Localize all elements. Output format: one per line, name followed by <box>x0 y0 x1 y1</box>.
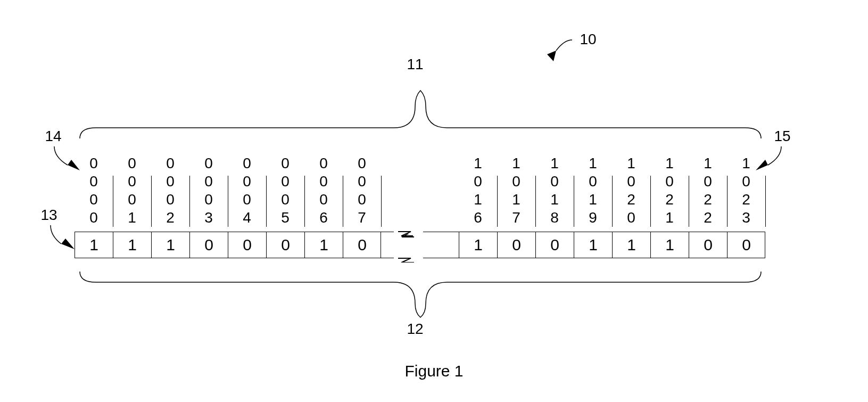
index-column: 0006 <box>304 154 343 227</box>
index-digit: 1 <box>574 154 612 173</box>
index-separator <box>765 176 766 227</box>
index-digit: 1 <box>650 154 689 173</box>
index-digit: 0 <box>304 154 343 173</box>
index-column: 1016 <box>459 154 497 227</box>
index-digit: 0 <box>650 173 689 191</box>
bit-cell: 0 <box>497 232 535 258</box>
bit-cell: 1 <box>304 232 343 258</box>
index-column: 1017 <box>497 154 535 227</box>
index-digit: 0 <box>727 173 765 191</box>
index-digit: 0 <box>304 191 343 209</box>
index-separator <box>381 176 382 227</box>
bit-cell: 1 <box>113 232 151 258</box>
index-digit: 1 <box>459 191 497 209</box>
index-digit: 0 <box>113 154 151 173</box>
index-digit: 0 <box>343 173 381 191</box>
index-separator <box>574 176 574 227</box>
figure-1-diagram: 10 11 14 15 13 0000000100020003000400050… <box>0 0 868 402</box>
index-digit: 1 <box>113 209 151 227</box>
ref-10: 10 <box>577 31 599 48</box>
index-digit: 1 <box>535 154 574 173</box>
index-separator <box>689 176 689 227</box>
index-digit: 2 <box>727 191 765 209</box>
bit-cell: 1 <box>574 232 612 258</box>
index-digit: 3 <box>189 209 228 227</box>
index-column: 0002 <box>151 154 189 227</box>
ref-11: 11 <box>404 56 426 73</box>
index-digit: 6 <box>459 209 497 227</box>
index-digit: 0 <box>266 154 304 173</box>
bit-cell: 1 <box>650 232 689 258</box>
index-digit: 0 <box>343 154 381 173</box>
bit-cell: 0 <box>689 232 727 258</box>
index-column: 0004 <box>228 154 266 227</box>
bit-row-edge <box>765 232 765 258</box>
index-digit: 0 <box>343 191 381 209</box>
index-digit: 0 <box>228 191 266 209</box>
bit-cell: 0 <box>228 232 266 258</box>
brace-bottom <box>64 266 777 319</box>
index-column: 1019 <box>574 154 612 227</box>
index-digit: 1 <box>727 154 765 173</box>
index-digit: 1 <box>689 154 727 173</box>
index-digit: 0 <box>612 209 650 227</box>
index-digit: 0 <box>535 173 574 191</box>
index-digit: 2 <box>612 191 650 209</box>
index-column: 1020 <box>612 154 650 227</box>
bit-cell: 1 <box>151 232 189 258</box>
index-column: 1022 <box>689 154 727 227</box>
index-separator <box>189 176 190 227</box>
index-separator <box>304 176 305 227</box>
index-digit: 2 <box>151 209 189 227</box>
index-digit: 1 <box>459 154 497 173</box>
figure-caption: Figure 1 <box>0 362 868 380</box>
index-separator <box>113 176 113 227</box>
index-digit: 1 <box>650 209 689 227</box>
ref-14: 14 <box>43 128 64 145</box>
index-digit: 1 <box>535 191 574 209</box>
index-digit: 4 <box>228 209 266 227</box>
index-column: 0000 <box>75 154 113 227</box>
index-digit: 8 <box>535 209 574 227</box>
bit-cell: 0 <box>189 232 228 258</box>
index-digit: 3 <box>727 209 765 227</box>
index-column: 0001 <box>113 154 151 227</box>
index-digit: 0 <box>75 209 113 227</box>
index-digit: 6 <box>304 209 343 227</box>
break-mark <box>394 228 431 262</box>
index-digit: 0 <box>228 173 266 191</box>
ref-12: 12 <box>404 321 426 338</box>
index-digit: 2 <box>689 209 727 227</box>
index-separator <box>650 176 651 227</box>
index-column: 1018 <box>535 154 574 227</box>
index-digit: 0 <box>228 154 266 173</box>
index-digit: 1 <box>497 191 535 209</box>
bit-cell: 1 <box>612 232 650 258</box>
index-digit: 0 <box>151 173 189 191</box>
index-digit: 0 <box>266 173 304 191</box>
index-digit: 0 <box>189 154 228 173</box>
brace-top <box>64 80 777 144</box>
svg-marker-0 <box>547 51 556 61</box>
index-digit: 0 <box>266 191 304 209</box>
index-digit: 7 <box>343 209 381 227</box>
index-digit: 7 <box>497 209 535 227</box>
index-digit: 0 <box>574 173 612 191</box>
index-digit: 0 <box>689 173 727 191</box>
index-column: 1023 <box>727 154 765 227</box>
index-digit: 0 <box>497 173 535 191</box>
index-separator <box>151 176 152 227</box>
bit-cell: 1 <box>75 232 113 258</box>
index-digit: 0 <box>75 191 113 209</box>
index-digit: 1 <box>574 191 612 209</box>
svg-marker-3 <box>61 239 75 249</box>
index-digit: 0 <box>113 191 151 209</box>
index-separator <box>727 176 728 227</box>
index-separator <box>535 176 536 227</box>
index-separator <box>228 176 228 227</box>
index-digit: 2 <box>689 191 727 209</box>
bit-cell: 0 <box>343 232 381 258</box>
index-column: 1021 <box>650 154 689 227</box>
index-digit: 0 <box>189 173 228 191</box>
arrow-ref-10 <box>543 37 575 64</box>
